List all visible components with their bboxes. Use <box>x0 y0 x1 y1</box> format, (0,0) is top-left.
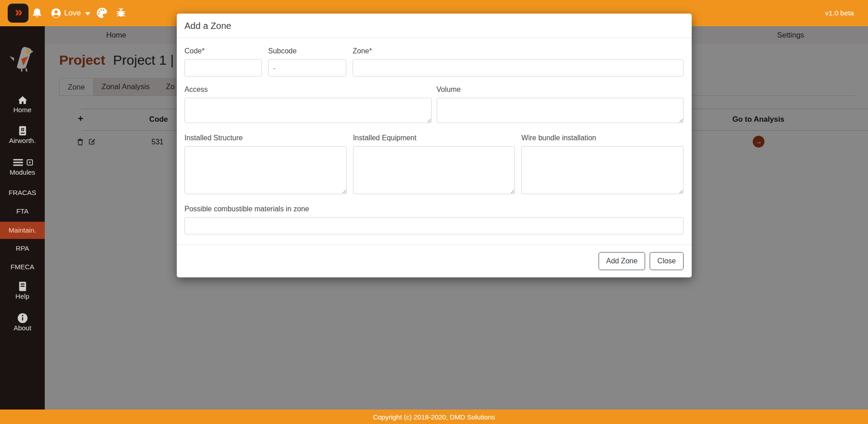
sidebar-label: Modules <box>0 168 45 176</box>
notifications-bell-icon[interactable] <box>31 7 43 19</box>
close-button[interactable]: Close <box>650 252 684 270</box>
sidebar-item-modules[interactable]: Modules <box>0 157 45 176</box>
code-input[interactable] <box>184 59 262 76</box>
sidebar-item-rpa[interactable]: RPA <box>0 244 45 252</box>
sidebar-label: Home <box>0 106 45 114</box>
caret-square-down-icon <box>27 159 33 166</box>
installed-equipment-label: Installed Equipment <box>353 134 515 142</box>
sidebar-item-home[interactable]: Home <box>0 94 45 114</box>
access-label: Access <box>184 86 432 94</box>
sidebar-label: Airworth. <box>0 137 45 144</box>
subcode-input[interactable] <box>268 59 346 76</box>
sidebar-label: Maintain. <box>9 226 36 234</box>
sidebar-item-about[interactable]: About <box>0 312 45 332</box>
passport-icon <box>17 125 28 137</box>
sidebar-label: Help <box>0 292 45 300</box>
zone-label: Zone* <box>353 47 684 55</box>
user-menu[interactable]: Love <box>64 9 81 18</box>
sidebar-label: FTA <box>0 207 45 215</box>
sidebar-label: FMECA <box>0 263 45 271</box>
wire-bundle-textarea[interactable] <box>521 146 684 194</box>
zone-input[interactable] <box>353 59 684 76</box>
modal-body: Code* Subcode Zone* Access Vo <box>177 38 692 244</box>
chevron-down-icon[interactable] <box>85 12 90 15</box>
sidebar-label: FRACAS <box>0 189 45 196</box>
footer-bar: Copyright (c) 2018-2020, DMD Solutions <box>0 410 868 424</box>
menu-bars-icon <box>12 157 24 168</box>
code-label: Code* <box>184 47 262 55</box>
person-circle-icon[interactable] <box>51 8 61 19</box>
sidebar-item-airworthiness[interactable]: Airworth. <box>0 125 45 144</box>
sidebar-label: RPA <box>0 244 45 252</box>
access-textarea[interactable] <box>184 98 432 123</box>
info-circle-icon <box>17 312 28 324</box>
add-zone-modal: Add a Zone Code* Subcode Zone* <box>177 14 692 277</box>
book-icon <box>17 281 28 292</box>
installed-equipment-textarea[interactable] <box>353 146 515 194</box>
home-icon <box>17 94 28 106</box>
sidebar-label: About <box>0 324 45 332</box>
sidebar: Home Airworth. <box>0 26 45 410</box>
copyright-text: Copyright (c) 2018-2020, DMD Solutions <box>373 413 495 421</box>
volume-textarea[interactable] <box>437 98 684 123</box>
app-logo-bird <box>8 43 38 72</box>
double-chevron-icon: » <box>15 4 22 19</box>
combustible-materials-input[interactable] <box>184 217 684 234</box>
bug-report-icon[interactable] <box>115 7 127 19</box>
sidebar-item-fracas[interactable]: FRACAS <box>0 189 45 196</box>
sidebar-item-fmeca[interactable]: FMECA <box>0 263 45 271</box>
version-badge: v1.0 beta <box>825 9 854 17</box>
theme-palette-icon[interactable] <box>96 7 108 19</box>
installed-structure-textarea[interactable] <box>184 146 347 194</box>
modal-footer: Add Zone Close <box>177 244 692 277</box>
add-zone-button[interactable]: Add Zone <box>599 252 645 270</box>
combustible-materials-label: Possible combustible materials in zone <box>184 205 684 213</box>
volume-label: Volume <box>437 86 684 94</box>
sidebar-item-fta[interactable]: FTA <box>0 207 45 215</box>
application-window: » Love v1.0 beta <box>0 0 868 424</box>
sidebar-item-maintain-active[interactable]: Maintain. <box>0 222 45 239</box>
modal-title: Add a Zone <box>184 21 684 31</box>
wire-bundle-label: Wire bundle installation <box>521 134 684 142</box>
sidebar-toggle-button[interactable]: » <box>8 4 28 23</box>
modal-header: Add a Zone <box>177 14 692 38</box>
installed-structure-label: Installed Structure <box>184 134 347 142</box>
subcode-label: Subcode <box>268 47 346 55</box>
sidebar-item-help[interactable]: Help <box>0 281 45 300</box>
